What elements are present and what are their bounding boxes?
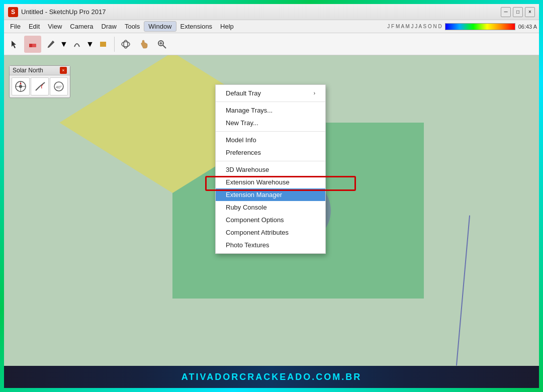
menu-window[interactable]: Window — [144, 21, 176, 32]
toolbar-sep-1 — [114, 37, 115, 52]
menu-item-new-tray[interactable]: New Tray... — [216, 117, 325, 129]
solar-north-header: Solar North × — [10, 66, 70, 75]
dropdown-sep-2 — [216, 131, 325, 132]
shape-tool[interactable] — [95, 36, 112, 53]
svg-text:40°: 40° — [56, 85, 62, 89]
sun-color-bar — [445, 23, 515, 30]
menu-file[interactable]: File — [6, 22, 25, 31]
app-icon: S — [8, 7, 18, 17]
month-time-bar: J F M A M J J A S O N D 06:43 A — [387, 23, 537, 30]
menu-item-ruby-console[interactable]: Ruby Console — [216, 201, 325, 214]
menu-extensions[interactable]: Extensions — [176, 22, 217, 31]
menu-help[interactable]: Help — [216, 22, 238, 31]
arc-dropdown[interactable]: ▼ — [86, 36, 94, 53]
menu-bar: File Edit View Camera Draw Tools Window … — [4, 20, 539, 33]
menu-view[interactable]: View — [44, 22, 66, 31]
watermark-bar: ATIVADORCRACKEADO.COM.BR — [4, 366, 539, 388]
main-toolbar: ▼ ▼ — [4, 33, 539, 55]
menu-item-default-tray[interactable]: Default Tray › — [216, 87, 325, 100]
menu-edit[interactable]: Edit — [25, 22, 44, 31]
watermark-text: ATIVADORCRACKEADO.COM.BR — [182, 372, 361, 382]
outer-wrapper: S Untitled - SketchUp Pro 2017 ─ □ × Fil… — [0, 0, 543, 392]
canvas-area: Solar North × — [4, 55, 539, 366]
orbit-tool[interactable] — [117, 36, 134, 53]
svg-line-13 — [40, 82, 45, 86]
menu-item-model-info[interactable]: Model Info — [216, 134, 325, 146]
menu-camera[interactable]: Camera — [66, 22, 97, 31]
menu-item-manage-trays[interactable]: Manage Trays... — [216, 104, 325, 117]
hand-tool[interactable] — [135, 36, 152, 53]
maximize-button[interactable]: □ — [513, 7, 523, 17]
menu-item-extension-manager[interactable]: Extension Manager — [216, 188, 325, 201]
app-title: Untitled - SketchUp Pro 2017 — [21, 8, 106, 16]
title-bar: S Untitled - SketchUp Pro 2017 ─ □ × — [4, 4, 539, 20]
svg-rect-2 — [100, 42, 106, 47]
app-container: S Untitled - SketchUp Pro 2017 ─ □ × Fil… — [4, 4, 539, 366]
menu-item-extension-warehouse[interactable]: Extension Warehouse — [216, 176, 325, 188]
window-dropdown-menu: Default Tray › Manage Trays... New Tray.… — [215, 84, 326, 254]
menu-tools[interactable]: Tools — [121, 22, 144, 31]
menu-item-preferences[interactable]: Preferences — [216, 146, 325, 159]
solar-north-title: Solar North — [13, 67, 43, 74]
solar-north-degree-tool[interactable]: 40° — [50, 77, 68, 95]
svg-line-6 — [163, 45, 166, 48]
dropdown-sep-3 — [216, 161, 325, 161]
solar-north-tools: 40° — [10, 75, 70, 97]
months-label: J F M A M J J A S O N D — [387, 24, 441, 29]
svg-point-12 — [19, 85, 22, 88]
svg-rect-1 — [29, 44, 32, 47]
svg-point-3 — [122, 42, 130, 47]
pencil-tool[interactable] — [42, 36, 59, 53]
solar-north-angle-tool[interactable] — [31, 77, 49, 95]
pencil-dropdown[interactable]: ▼ — [60, 36, 67, 53]
window-controls: ─ □ × — [501, 7, 535, 17]
menu-item-3d-warehouse[interactable]: 3D Warehouse — [216, 163, 325, 176]
menu-draw[interactable]: Draw — [98, 22, 121, 31]
minimize-button[interactable]: ─ — [501, 7, 511, 17]
dropdown-sep-1 — [216, 102, 325, 102]
solar-north-panel: Solar North × — [9, 65, 70, 98]
zoom-tool[interactable] — [153, 36, 170, 53]
menu-item-photo-textures[interactable]: Photo Textures — [216, 239, 325, 251]
perspective-line — [456, 215, 470, 365]
submenu-arrow: › — [314, 90, 315, 96]
solar-north-close-button[interactable]: × — [60, 67, 67, 74]
time-display: 06:43 A — [518, 24, 537, 30]
svg-line-14 — [36, 86, 40, 90]
menu-item-component-attributes[interactable]: Component Attributes — [216, 226, 325, 239]
arc-tool[interactable] — [68, 36, 85, 53]
eraser-tool[interactable] — [24, 36, 41, 53]
menu-item-component-options[interactable]: Component Options — [216, 214, 325, 226]
dropdown-menu-container: Default Tray › Manage Trays... New Tray.… — [215, 84, 326, 254]
close-button[interactable]: × — [525, 7, 535, 17]
select-tool[interactable] — [6, 36, 23, 53]
solar-north-compass-tool[interactable] — [12, 77, 30, 95]
